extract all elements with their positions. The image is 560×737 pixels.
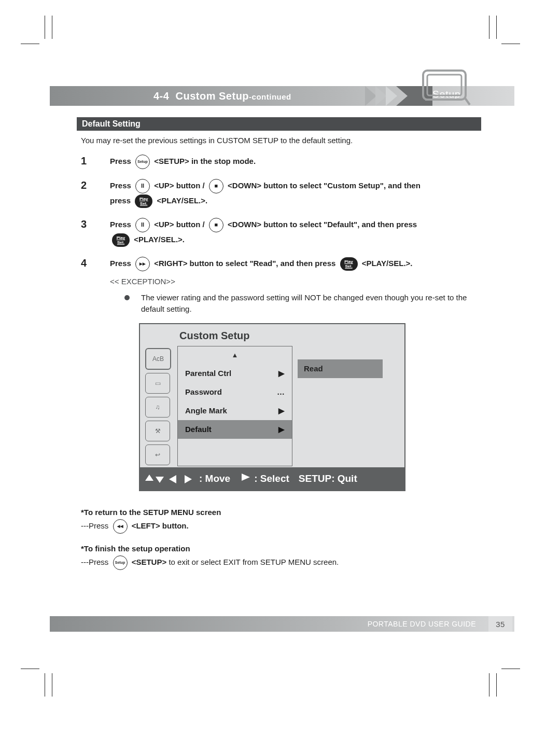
- crop-mark: [501, 669, 520, 669]
- crop-mark: [45, 673, 45, 697]
- osd-current-value: Read: [298, 359, 383, 378]
- step-1: 1 Press Setup <SETUP> in the stop mode.: [81, 154, 482, 169]
- stop-button-icon: ■: [209, 218, 223, 232]
- bullet-icon: [124, 295, 130, 300]
- osd-menu-label: Password: [185, 385, 222, 399]
- up-arrow-icon: ▲: [178, 346, 292, 364]
- osd-footer-quit: SETUP: Quit: [299, 471, 357, 486]
- step-2: 2 Press II <UP> button / ■ <DOWN> button…: [81, 178, 482, 208]
- osd-menu-label: Default: [185, 422, 212, 437]
- section-heading: 4-4 Custom Setup-continued: [153, 90, 291, 102]
- osd-tab-audio-icon: ♫: [145, 397, 170, 418]
- osd-menu-item: Angle Mark ▶: [178, 401, 292, 420]
- play-icon: [241, 471, 251, 486]
- step-fragment: <UP> button /: [154, 220, 207, 229]
- svg-marker-9: [156, 477, 164, 483]
- manual-page: 4-4 Custom Setup-continued Setup Default…: [0, 0, 560, 737]
- play-sel-button-icon: PlaySel.: [135, 194, 152, 208]
- step-fragment: <PLAY/SEL.>.: [157, 196, 207, 205]
- press-label: Press: [110, 259, 131, 268]
- osd-value-column: Read: [292, 346, 399, 466]
- osd-menu-item: Password …: [178, 383, 292, 401]
- crop-mark: [52, 673, 52, 697]
- crop-mark: [21, 44, 39, 44]
- dpad-arrows-icon: [144, 471, 196, 486]
- section-continued: -continued: [249, 92, 291, 101]
- osd-menu-list: ▲ Parental Ctrl ▶ Password …: [177, 346, 292, 466]
- right-arrow-icon: ▶: [278, 422, 285, 437]
- exception-text: The viewer rating and the password setti…: [141, 292, 482, 315]
- crop-mark: [496, 16, 497, 39]
- play-sel-button-icon: PlaySel.: [340, 257, 358, 271]
- svg-marker-2: [386, 86, 397, 106]
- section-title: Custom Setup: [176, 90, 249, 102]
- right-arrow-icon: ▶: [278, 404, 285, 418]
- osd-menu-item-selected: Default ▶: [178, 420, 292, 439]
- setup-button-icon: Setup: [113, 555, 128, 570]
- note-return-heading: *To return to the SETUP MENU screen: [81, 506, 482, 519]
- osd-tab-language-icon: AcB: [145, 348, 171, 370]
- step-number: 2: [81, 178, 110, 192]
- press-label: press: [110, 196, 131, 205]
- step-number: 1: [81, 154, 110, 168]
- note-return-body: ---Press ◂◂ <LEFT> button.: [81, 519, 482, 534]
- stop-button-icon: ■: [209, 179, 223, 193]
- osd-tab-exit-icon: ↩: [145, 444, 170, 465]
- press-label: Press: [110, 220, 131, 229]
- osd-menu-label: Angle Mark: [185, 404, 227, 418]
- footer-band: PORTABLE DVD USER GUIDE 35: [50, 616, 514, 632]
- osd-menu-label: Parental Ctrl: [185, 366, 231, 381]
- step-fragment: <PLAY/SEL.>.: [134, 235, 185, 244]
- svg-marker-11: [185, 475, 192, 483]
- crop-mark: [489, 673, 489, 697]
- setup-button-icon: Setup: [135, 155, 150, 169]
- press-label: Press: [110, 181, 131, 190]
- osd-title: Custom Setup: [179, 328, 399, 343]
- subsection-heading: Default Setting: [77, 117, 481, 131]
- exception-label: << EXCEPTION>>: [110, 274, 482, 289]
- step-fragment: <UP> button /: [154, 181, 207, 190]
- step-fragment: <DOWN> button to select "Custom Setup", …: [228, 181, 421, 190]
- osd-screenshot: Custom Setup AcB ▭ ♫ ⚒ ↩ ▲: [139, 323, 405, 491]
- fast-forward-button-icon: ▸▸: [135, 257, 150, 271]
- osd-footer-move: : Move: [199, 471, 230, 486]
- pause-button-icon: II: [135, 179, 150, 193]
- section-number: 4-4: [153, 90, 169, 102]
- step-fragment: <RIGHT> button to select "Read", and the…: [154, 259, 338, 268]
- exception-bullet: The viewer rating and the password setti…: [110, 292, 482, 315]
- footer-label: PORTABLE DVD USER GUIDE: [368, 620, 476, 628]
- content-area: Default Setting You may re-set the previ…: [81, 117, 482, 570]
- page-number: 35: [488, 616, 512, 632]
- ellipsis-icon: …: [277, 385, 285, 399]
- osd-tab-column: AcB ▭ ♫ ⚒ ↩: [145, 346, 177, 466]
- crop-mark: [489, 16, 489, 39]
- notes-block: *To return to the SETUP MENU screen ---P…: [81, 506, 482, 570]
- svg-marker-1: [375, 86, 387, 106]
- rewind-button-icon: ◂◂: [113, 519, 128, 534]
- svg-marker-8: [145, 475, 153, 481]
- step-body: Press ▸▸ <RIGHT> button to select "Read"…: [110, 256, 482, 491]
- crop-mark: [501, 44, 520, 44]
- note-finish-body: ---Press Setup <SETUP> to exit or select…: [81, 555, 482, 570]
- step-body: Press Setup <SETUP> in the stop mode.: [110, 154, 482, 169]
- intro-text: You may re-set the previous settings in …: [81, 136, 482, 145]
- step-number: 4: [81, 256, 110, 270]
- osd-menu-item: Parental Ctrl ▶: [178, 364, 292, 383]
- press-label: Press: [110, 157, 131, 165]
- step-fragment: <PLAY/SEL.>.: [362, 259, 413, 268]
- svg-marker-12: [242, 474, 250, 481]
- osd-tab-custom-icon: ⚒: [145, 421, 170, 441]
- step-fragment: <SETUP> in the stop mode.: [154, 157, 256, 165]
- osd-tab-screen-icon: ▭: [145, 373, 170, 394]
- device-illustration-icon: [420, 67, 472, 106]
- step-fragment: <DOWN> button to select "Default", and t…: [228, 220, 417, 229]
- svg-marker-10: [169, 475, 176, 483]
- step-3: 3 Press II <UP> button / ■ <DOWN> button…: [81, 217, 482, 247]
- svg-rect-5: [427, 75, 461, 95]
- crop-mark: [21, 669, 39, 669]
- note-finish-heading: *To finish the setup operation: [81, 542, 482, 555]
- crop-mark: [52, 16, 52, 39]
- crop-mark: [496, 673, 497, 697]
- step-4: 4 Press ▸▸ <RIGHT> button to select "Rea…: [81, 256, 482, 491]
- step-body: Press II <UP> button / ■ <DOWN> button t…: [110, 178, 482, 208]
